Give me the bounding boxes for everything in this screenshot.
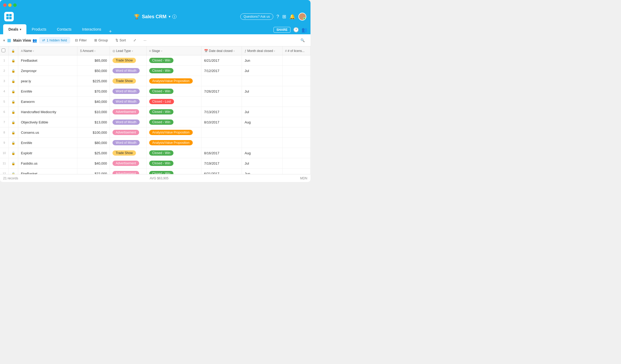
col-date-closed[interactable]: 📅 Date deal closed ▾ bbox=[201, 46, 242, 55]
row-licenses bbox=[282, 55, 310, 66]
app-header-right: Questions? Ask us ? ⊞ 🔔 bbox=[240, 13, 306, 21]
toolbar: ▾ ▦ Main View 👥 ⇄ 1 hidden field ⊟ Filte… bbox=[0, 34, 310, 46]
table-row[interactable]: 9 🔒 EnnWe $80,000 Word of Mouth Analysis… bbox=[0, 138, 310, 148]
share-button[interactable]: SHARE bbox=[274, 27, 290, 33]
search-button[interactable]: 🔍 bbox=[298, 37, 307, 44]
row-amount: $13,000 bbox=[77, 117, 110, 127]
row-licenses bbox=[282, 169, 310, 174]
col-month-sort[interactable]: ▾ bbox=[274, 50, 275, 52]
row-num: 3 bbox=[0, 76, 9, 86]
row-lead-type: Word of Mouth bbox=[110, 117, 146, 127]
row-lock: 🔒 bbox=[9, 86, 18, 97]
row-amount: $10,000 bbox=[77, 107, 110, 117]
col-amount[interactable]: $ Amount ▾ bbox=[77, 46, 110, 55]
view-collapse-icon[interactable]: ▾ bbox=[3, 38, 5, 42]
table-row[interactable]: 7 🔒 Objectively Edible $13,000 Word of M… bbox=[0, 117, 310, 127]
minimize-button[interactable] bbox=[8, 3, 12, 7]
row-num: 12 bbox=[0, 169, 9, 174]
row-name: Exploitr bbox=[18, 148, 77, 158]
row-stage: Analysis/Value Proposition bbox=[146, 127, 201, 138]
filter-button[interactable]: ⊟ Filter bbox=[72, 37, 90, 44]
row-name: Objectively Edible bbox=[18, 117, 77, 127]
col-checkbox[interactable] bbox=[0, 46, 9, 55]
col-stage-sort[interactable]: ▾ bbox=[161, 50, 162, 52]
col-licenses-icon: # bbox=[285, 49, 288, 53]
row-lead-type: Advertisement bbox=[110, 158, 146, 169]
col-date-icon: 📅 bbox=[204, 49, 209, 53]
grid-view-icon[interactable]: ▦ bbox=[7, 38, 11, 43]
group-button[interactable]: ⊞ Group bbox=[92, 37, 111, 44]
tab-deals[interactable]: Deals ▾ bbox=[3, 24, 26, 34]
table-row[interactable]: 2 🔒 Zenprospr $50,000 Word of Mouth Clos… bbox=[0, 66, 310, 76]
info-icon[interactable]: i bbox=[172, 15, 177, 19]
svg-rect-2 bbox=[6, 17, 9, 19]
tab-interactions[interactable]: Interactions bbox=[77, 24, 106, 34]
table-row[interactable]: 3 🔒 pear.ly $225,000 Trade Show Analysis… bbox=[0, 76, 310, 86]
col-stage[interactable]: ≡ Stage ▾ bbox=[146, 46, 201, 55]
row-month-closed: Jul bbox=[242, 158, 282, 169]
row-licenses bbox=[282, 76, 310, 86]
table-row[interactable]: 5 🔒 Earworm $40,000 Word of Mouth Closed… bbox=[0, 97, 310, 107]
table-row[interactable]: 6 🔒 Handcrafted Mediocrity $10,000 Adver… bbox=[0, 107, 310, 117]
add-tab-button[interactable]: ＋ bbox=[106, 28, 114, 34]
row-num: 7 bbox=[0, 117, 9, 127]
sort-button[interactable]: ⇅ Sort bbox=[113, 37, 129, 44]
data-table: 🔒 A Name ▾ $ Amount ▾ ◎ Lead Type ▾ bbox=[0, 46, 310, 174]
hidden-field-button[interactable]: ⇄ 1 hidden field bbox=[39, 37, 70, 44]
ask-us-button[interactable]: Questions? Ask us bbox=[240, 13, 273, 20]
row-name: Fastidio.us bbox=[18, 158, 77, 169]
table-row[interactable]: 1 🔒 FireBasket $65,000 Trade Show Closed… bbox=[0, 55, 310, 66]
avg-amount: AVG $63,905 bbox=[150, 176, 168, 180]
col-name-sort[interactable]: ▾ bbox=[33, 50, 34, 52]
row-amount: $40,000 bbox=[77, 97, 110, 107]
select-all-checkbox[interactable] bbox=[2, 49, 5, 52]
more-icon: ··· bbox=[144, 38, 147, 42]
row-name: Consens.us bbox=[18, 127, 77, 138]
row-date-closed: 7/12/2017 bbox=[201, 66, 242, 76]
close-button[interactable] bbox=[3, 3, 7, 7]
row-lock: 🔒 bbox=[9, 76, 18, 86]
col-name[interactable]: A Name ▾ bbox=[18, 46, 77, 55]
bell-icon[interactable]: 🔔 bbox=[289, 14, 295, 20]
table-row[interactable]: 11 🔒 Fastidio.us $40,000 Advertisement C… bbox=[0, 158, 310, 169]
records-count: 21 records bbox=[3, 176, 18, 180]
col-month-closed[interactable]: ƒ Month deal closed ▾ bbox=[242, 46, 282, 55]
col-lead-type[interactable]: ◎ Lead Type ▾ bbox=[110, 46, 146, 55]
row-month-closed bbox=[242, 76, 282, 86]
col-licenses[interactable]: # # of licens... bbox=[282, 46, 310, 55]
col-date-sort[interactable]: ▾ bbox=[233, 50, 235, 52]
help-icon[interactable]: ? bbox=[276, 14, 279, 20]
row-lead-type: Word of Mouth bbox=[110, 138, 146, 148]
table-row[interactable]: 12 🔒 FireBasket $22,000 Advertisement Cl… bbox=[0, 169, 310, 174]
row-lock: 🔒 bbox=[9, 127, 18, 138]
titlebar bbox=[0, 0, 310, 10]
row-stage: Closed - Win bbox=[146, 169, 201, 174]
title-dropdown-icon[interactable]: ▾ bbox=[169, 15, 170, 18]
avatar[interactable] bbox=[298, 13, 306, 21]
tab-products[interactable]: Products bbox=[26, 24, 51, 34]
grid-icon[interactable]: ⊞ bbox=[282, 14, 286, 20]
table-row[interactable]: 4 🔒 EnnWe $70,000 Word of Mouth Closed -… bbox=[0, 86, 310, 97]
tab-contacts[interactable]: Contacts bbox=[52, 24, 77, 34]
col-lead-sort[interactable]: ▾ bbox=[132, 50, 133, 52]
row-licenses bbox=[282, 117, 310, 127]
users-icon[interactable]: 👥 bbox=[302, 27, 307, 33]
row-month-closed bbox=[242, 138, 282, 148]
row-amount: $22,000 bbox=[77, 169, 110, 174]
row-lock: 🔒 bbox=[9, 55, 18, 66]
row-month-closed: Jun bbox=[242, 55, 282, 66]
hidden-field-icon: ⇄ bbox=[42, 38, 45, 42]
maximize-button[interactable] bbox=[13, 3, 17, 7]
col-amount-sort[interactable]: ▾ bbox=[94, 50, 96, 52]
table-row[interactable]: 10 🔒 Exploitr $25,000 Trade Show Closed … bbox=[0, 148, 310, 158]
row-date-closed: 7/13/2017 bbox=[201, 107, 242, 117]
expand-button[interactable]: ⤢ bbox=[131, 37, 139, 44]
data-table-container[interactable]: 🔒 A Name ▾ $ Amount ▾ ◎ Lead Type ▾ bbox=[0, 46, 310, 174]
history-icon[interactable]: 🕐 bbox=[293, 27, 299, 33]
more-button[interactable]: ··· bbox=[141, 37, 149, 44]
table-row[interactable]: 8 🔒 Consens.us $100,000 Advertisement An… bbox=[0, 127, 310, 138]
row-date-closed: 6/21/2017 bbox=[201, 55, 242, 66]
row-licenses bbox=[282, 86, 310, 97]
row-date-closed bbox=[201, 127, 242, 138]
row-lock: 🔒 bbox=[9, 158, 18, 169]
